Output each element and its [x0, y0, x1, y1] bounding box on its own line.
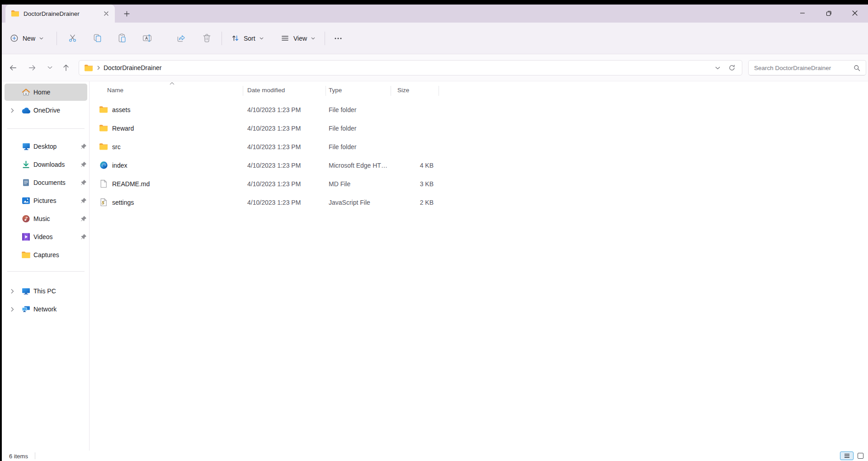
column-divider[interactable] — [391, 86, 391, 96]
pin-icon — [80, 216, 87, 222]
sidebar-item-desktop[interactable]: Desktop — [5, 138, 87, 155]
sort-icon — [231, 34, 240, 42]
address-dropdown-button[interactable] — [710, 61, 725, 74]
new-button[interactable]: New — [5, 29, 48, 48]
status-divider — [35, 452, 35, 459]
chevron-right-icon[interactable] — [9, 306, 15, 312]
file-date: 4/10/2023 1:23 PM — [247, 180, 301, 188]
pin-icon — [80, 161, 87, 168]
chevron-right-icon[interactable] — [9, 108, 15, 113]
sidebar-item-label: Videos — [33, 233, 53, 240]
sidebar-item-videos[interactable]: Videos — [5, 228, 87, 245]
file-row-index[interactable]: index 4/10/2023 1:23 PM Microsoft Edge H… — [90, 156, 868, 174]
column-header-size[interactable]: Size — [397, 87, 409, 94]
paste-button[interactable] — [113, 29, 132, 48]
chevron-down-icon — [715, 66, 720, 70]
copy-button[interactable] — [88, 29, 107, 48]
address-bar[interactable]: DoctorDraineDrainer — [79, 60, 742, 75]
share-button[interactable] — [171, 29, 190, 48]
column-header-date-modified[interactable]: Date modified — [247, 87, 285, 94]
svg-text:S: S — [102, 200, 104, 205]
view-button-label: View — [293, 35, 307, 42]
refresh-icon — [728, 64, 736, 71]
search-input[interactable] — [749, 65, 854, 71]
forward-button[interactable] — [24, 60, 40, 75]
close-icon — [852, 10, 858, 16]
recent-locations-button[interactable] — [42, 60, 57, 75]
tab-close-button[interactable] — [101, 9, 111, 19]
file-date: 4/10/2023 1:23 PM — [247, 125, 301, 132]
cut-button[interactable] — [63, 29, 82, 48]
sort-button[interactable]: Sort — [226, 29, 268, 48]
column-header-name[interactable]: Name — [107, 87, 123, 94]
column-headers: Name Date modified Type Size — [90, 81, 868, 100]
sidebar-item-captures[interactable]: Captures — [5, 246, 87, 263]
file-type: JavaScript File — [329, 199, 370, 206]
explorer-tab[interactable]: DoctorDraineDrainer — [5, 5, 115, 23]
sidebar-item-label: Captures — [33, 251, 59, 259]
file-type: Microsoft Edge HT… — [329, 162, 387, 169]
delete-button[interactable] — [197, 29, 216, 48]
sidebar-item-onedrive[interactable]: OneDrive — [5, 102, 87, 119]
restore-button[interactable] — [816, 5, 842, 22]
breadcrumb: DoctorDraineDrainer — [104, 64, 161, 71]
sidebar-item-label: Pictures — [33, 197, 57, 204]
refresh-button[interactable] — [725, 61, 739, 74]
large-icons-view-toggle[interactable] — [857, 452, 864, 459]
sidebar-item-label: Documents — [33, 179, 66, 186]
copy-icon — [92, 33, 103, 43]
paste-icon — [117, 33, 127, 43]
documents-icon — [21, 178, 31, 188]
close-button[interactable] — [842, 5, 868, 22]
back-button[interactable] — [5, 60, 21, 75]
file-row-readme[interactable]: README.md 4/10/2023 1:23 PM MD File 3 KB — [90, 174, 868, 193]
folder-icon — [21, 250, 31, 260]
up-button[interactable] — [58, 60, 74, 75]
column-header-type[interactable]: Type — [329, 87, 342, 94]
column-divider[interactable] — [326, 86, 326, 96]
view-button[interactable]: View — [276, 29, 320, 48]
sidebar-item-pictures[interactable]: Pictures — [5, 192, 87, 209]
column-divider[interactable] — [439, 86, 439, 96]
sidebar-item-documents[interactable]: Documents — [5, 174, 87, 191]
forward-icon — [28, 64, 36, 72]
chevron-down-icon — [259, 37, 264, 40]
details-view-toggle[interactable] — [840, 452, 854, 460]
onedrive-icon — [21, 106, 31, 115]
rename-icon — [142, 33, 152, 43]
pin-icon — [80, 143, 87, 150]
cut-icon — [67, 33, 78, 43]
file-row-reward[interactable]: Reward 4/10/2023 1:23 PM File folder — [90, 119, 868, 137]
chevron-right-icon[interactable] — [9, 288, 15, 294]
downloads-icon — [21, 160, 31, 169]
pictures-icon — [21, 196, 31, 206]
file-name: src — [112, 143, 121, 151]
sidebar-item-downloads[interactable]: Downloads — [5, 156, 87, 173]
minimize-button[interactable] — [789, 5, 816, 22]
sidebar-item-network[interactable]: Network — [5, 301, 87, 318]
sidebar-item-music[interactable]: Music — [5, 210, 87, 227]
item-count: 6 items — [9, 452, 28, 459]
file-type: File folder — [329, 143, 356, 151]
network-icon — [21, 305, 31, 314]
more-options-icon — [334, 34, 342, 42]
new-tab-button[interactable] — [121, 8, 132, 19]
rename-button[interactable] — [137, 29, 156, 48]
new-item-icon — [10, 34, 19, 42]
file-row-src[interactable]: src 4/10/2023 1:23 PM File folder — [90, 137, 868, 156]
file-type: File folder — [329, 125, 356, 132]
file-row-settings[interactable]: S settings 4/10/2023 1:23 PM JavaScript … — [90, 193, 868, 212]
file-date: 4/10/2023 1:23 PM — [247, 106, 301, 113]
sidebar-item-home[interactable]: Home — [5, 84, 87, 101]
file-row-assets[interactable]: assets 4/10/2023 1:23 PM File folder — [90, 100, 868, 119]
chevron-down-icon — [39, 37, 43, 40]
search-icon[interactable] — [854, 65, 860, 71]
videos-icon — [21, 232, 31, 242]
file-name: README.md — [112, 180, 150, 188]
tab-title: DoctorDraineDrainer — [24, 10, 101, 17]
sidebar-item-this-pc[interactable]: This PC — [5, 282, 87, 300]
more-options-button[interactable] — [329, 29, 348, 48]
column-divider[interactable] — [243, 86, 243, 96]
sidebar-item-label: Downloads — [33, 161, 65, 168]
command-toolbar: New Sort View — [2, 23, 868, 54]
